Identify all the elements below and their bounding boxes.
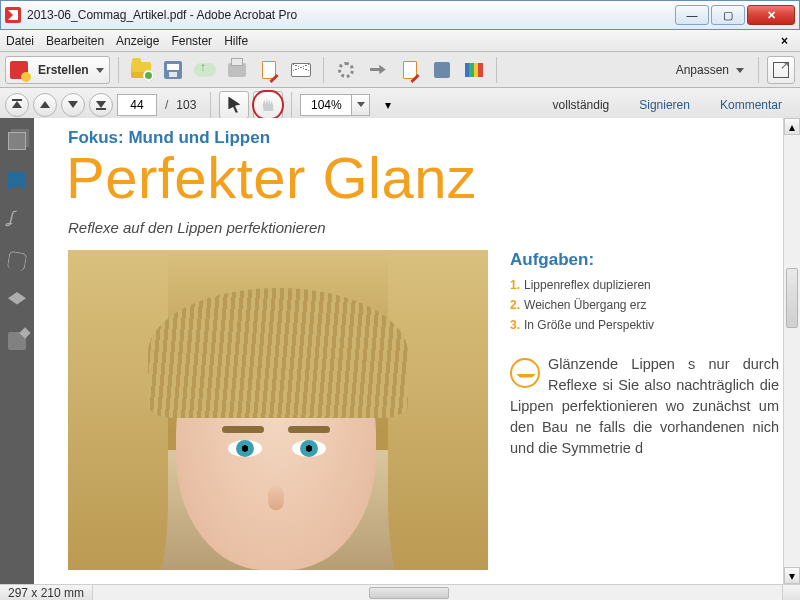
list-item: 1.Lippenreflex duplizieren [510, 276, 779, 292]
article-photo [68, 250, 488, 570]
attachments-panel-icon[interactable] [7, 251, 28, 272]
down-arrow-icon [68, 101, 78, 108]
stamp-button[interactable] [428, 56, 456, 84]
scroll-down-icon[interactable]: ▾ [784, 567, 800, 584]
brush-icon [510, 358, 540, 388]
page-dimensions: 297 x 210 mm [0, 586, 92, 600]
next-page-button[interactable] [61, 93, 85, 117]
edit-pdf-button[interactable] [396, 56, 424, 84]
vertical-scrollbar[interactable]: ▴ ▾ [783, 118, 800, 584]
create-button[interactable]: Erstellen [5, 56, 110, 84]
settings-button[interactable] [332, 56, 360, 84]
gear-icon [338, 62, 354, 78]
customize-label: Anpassen [670, 63, 735, 77]
edit-icon [403, 61, 417, 79]
menu-file[interactable]: Datei [6, 34, 34, 48]
signatures-panel-icon[interactable]: ʆ [8, 212, 26, 230]
share-button[interactable] [364, 56, 392, 84]
select-tool[interactable] [219, 91, 249, 119]
hscroll-thumb[interactable] [369, 587, 449, 599]
cloud-button[interactable] [191, 56, 219, 84]
toolbar-nav: / 103 104% ▾ vollständig Signieren Komme… [0, 88, 800, 122]
document-close-icon[interactable]: × [775, 34, 794, 48]
export-icon [262, 61, 276, 79]
share-icon [370, 62, 386, 78]
fullscreen-toggle[interactable] [767, 56, 795, 84]
email-button[interactable] [287, 56, 315, 84]
horizontal-scrollbar[interactable] [92, 585, 783, 601]
cloud-upload-icon [194, 63, 216, 77]
zoom-control[interactable]: 104% [300, 94, 370, 116]
window-title: 2013-06_Commag_Artikel.pdf - Adobe Acrob… [27, 8, 675, 22]
palette-icon [465, 63, 483, 77]
list-item: 2.Weichen Übergang erz [510, 296, 779, 312]
last-page-icon [96, 101, 106, 108]
article-headline: Perfekter Glanz [66, 148, 783, 209]
export-button[interactable] [255, 56, 283, 84]
navigation-pane: ʆ [0, 118, 34, 584]
toolbar-main: Erstellen Anpassen [0, 52, 800, 88]
menu-help[interactable]: Hilfe [224, 34, 248, 48]
comment-panel-link[interactable]: Kommentar [707, 92, 795, 118]
first-page-button[interactable] [5, 93, 29, 117]
document-view[interactable]: Fokus: Mund und Lippen Perfekter Glanz R… [34, 118, 783, 584]
page-total: 103 [176, 98, 196, 112]
page-sep: / [165, 98, 168, 112]
scroll-thumb[interactable] [786, 268, 798, 328]
status-bar: 297 x 210 mm [0, 584, 800, 600]
article-body: Glänzende Lippen s nur durch Reflexe si … [510, 354, 779, 459]
menu-edit[interactable]: Bearbeiten [46, 34, 104, 48]
print-button[interactable] [223, 56, 251, 84]
menubar: Datei Bearbeiten Anzeige Fenster Hilfe × [0, 30, 800, 52]
tasks-heading: Aufgaben: [510, 250, 779, 270]
main-area: ʆ Fokus: Mund und Lippen Perfekter Glanz… [0, 118, 800, 584]
hand-icon [260, 97, 276, 113]
list-item: 3.In Größe und Perspektiv [510, 316, 779, 332]
cursor-icon [228, 97, 240, 113]
article-subhead: Reflexe auf den Lippen perfektionieren [68, 219, 783, 236]
color-button[interactable] [460, 56, 488, 84]
zoom-dropdown[interactable] [352, 94, 370, 116]
window-titlebar: 2013-06_Commag_Artikel.pdf - Adobe Acrob… [0, 0, 800, 30]
menu-window[interactable]: Fenster [171, 34, 212, 48]
sign-panel-link[interactable]: Signieren [626, 92, 703, 118]
app-icon [5, 7, 21, 23]
pages-panel-icon[interactable] [8, 132, 26, 150]
save-button[interactable] [159, 56, 187, 84]
layers-panel-icon[interactable] [8, 292, 26, 310]
folder-open-icon [131, 62, 151, 78]
page-number-input[interactable] [117, 94, 157, 116]
window-maximize[interactable]: ▢ [711, 5, 745, 25]
first-page-icon [12, 101, 22, 108]
view-fullscreen-link[interactable]: vollständig [540, 92, 623, 118]
tasks-list: 1.Lippenreflex duplizieren 2.Weichen Übe… [510, 276, 779, 332]
last-page-button[interactable] [89, 93, 113, 117]
up-arrow-icon [40, 101, 50, 108]
hand-tool[interactable] [253, 91, 283, 119]
window-minimize[interactable]: — [675, 5, 709, 25]
expand-icon [773, 62, 789, 78]
zoom-value: 104% [300, 94, 352, 116]
stamp-icon [434, 62, 450, 78]
window-close[interactable]: ✕ [747, 5, 795, 25]
create-label: Erstellen [32, 63, 95, 77]
customize-button[interactable]: Anpassen [669, 56, 750, 84]
mail-icon [291, 63, 311, 77]
scroll-up-icon[interactable]: ▴ [784, 118, 800, 135]
prev-page-button[interactable] [33, 93, 57, 117]
save-icon [164, 61, 182, 79]
print-icon [228, 63, 246, 77]
drawings-panel-icon[interactable] [8, 332, 26, 350]
open-button[interactable] [127, 56, 155, 84]
menu-view[interactable]: Anzeige [116, 34, 159, 48]
bookmarks-panel-icon[interactable] [8, 172, 26, 190]
zoom-more[interactable]: ▾ [374, 91, 402, 119]
